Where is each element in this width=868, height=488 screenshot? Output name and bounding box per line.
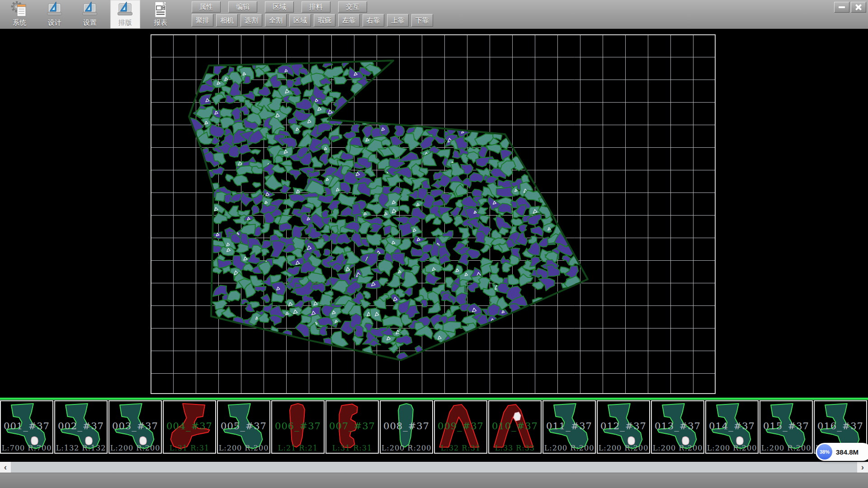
scroll-left-button[interactable]: ‹ (0, 462, 11, 473)
piece-count-label: L:200 R:200 (381, 444, 432, 452)
main-button-2[interactable]: 设计 (40, 0, 70, 28)
piece-id-label: 004_#37 (164, 421, 215, 432)
nesting-canvas[interactable] (151, 34, 716, 394)
piece-thumbnail[interactable]: 014_#37L:200 R:200 (705, 400, 759, 454)
minimize-button[interactable] (834, 2, 849, 13)
piece-count-label: L:700 R:700 (1, 444, 52, 452)
status-bar (0, 473, 868, 488)
application-window: 系统设计设置排版报表 属性编辑区域排料交互 聚排相机选割全割区域瑕疵左靠右靠上靠… (0, 0, 868, 488)
thumbnail-strip-separator (0, 398, 868, 400)
piece-thumbnail[interactable]: 008_#37L:200 R:200 (380, 400, 433, 454)
piece-thumbnail[interactable]: 012_#37L:200 R:200 (597, 400, 650, 454)
piece-thumbnail[interactable]: 007_#37L:31 R:31 (326, 400, 379, 454)
piece-thumbnail[interactable]: 015_#37L:200 R:200 (760, 400, 813, 454)
piece-id-label: 016_#37 (815, 421, 866, 432)
piece-count-label: L:200 R:200 (652, 444, 703, 452)
scroll-right-button[interactable]: › (857, 462, 868, 473)
piece-id-label: 001_#37 (1, 421, 52, 432)
toolbar: 系统设计设置排版报表 属性编辑区域排料交互 聚排相机选割全割区域瑕疵左靠右靠上靠… (0, 0, 868, 29)
tool-button-7[interactable]: 左靠 (338, 14, 360, 27)
tool-button-10[interactable]: 下靠 (411, 14, 433, 27)
window-controls (834, 2, 866, 13)
piece-id-label: 012_#37 (598, 421, 649, 432)
main-button-label: 系统 (13, 19, 26, 27)
piece-id-label: 007_#37 (326, 421, 378, 432)
piece-id-label: 003_#37 (109, 421, 161, 432)
piece-thumbnail[interactable]: 010_#37L:33 R:33 (488, 400, 542, 454)
piece-thumbnail[interactable]: 004_#37L:31 R:31 (163, 400, 216, 454)
piece-thumbnail[interactable]: 009_#37L:32 R:31 (434, 400, 487, 454)
memory-usage-badge: 38% 384.8M (816, 443, 868, 461)
piece-thumbnail[interactable]: 002_#37L:132 R:132 (54, 400, 108, 454)
horizontal-scrollbar[interactable]: ‹ › (0, 462, 868, 473)
piece-id-label: 002_#37 (55, 421, 107, 432)
main-button-label: 设计 (48, 19, 61, 27)
piece-count-label: L:200 R:200 (706, 444, 758, 452)
gear-document-icon (10, 0, 28, 19)
piece-count-label: L:33 R:33 (489, 444, 541, 452)
piece-thumbnail[interactable]: 003_#37L:200 R:200 (108, 400, 162, 454)
piece-thumbnail[interactable]: 001_#37L:700 R:700 (0, 400, 53, 454)
piece-count-label: L:31 R:31 (326, 444, 378, 452)
piece-count-label: L:31 R:31 (164, 444, 215, 452)
tool-button-row: 聚排相机选割全割区域瑕疵左靠右靠上靠下靠 (192, 14, 433, 27)
piece-id-label: 008_#37 (381, 421, 432, 432)
piece-thumbnail[interactable]: 011_#37L:200 R:200 (542, 400, 596, 454)
piece-thumbnail[interactable]: 013_#37L:200 R:200 (651, 400, 704, 454)
piece-id-label: 009_#37 (435, 421, 486, 432)
menu-tab-3[interactable]: 区域 (265, 1, 294, 13)
main-button-1[interactable]: 系统 (5, 0, 34, 28)
tool-button-8[interactable]: 右靠 (363, 14, 384, 27)
tool-button-4[interactable]: 全割 (265, 14, 287, 27)
piece-id-label: 006_#37 (272, 421, 324, 432)
tool-button-6[interactable]: 瑕疵 (314, 14, 335, 27)
menu-tab-2[interactable]: 编辑 (228, 1, 257, 13)
piece-count-label: L:200 R:200 (543, 444, 595, 452)
tool-button-9[interactable]: 上靠 (387, 14, 409, 27)
piece-count-label: L:200 R:200 (109, 444, 161, 452)
menu-tab-row: 属性编辑区域排料交互 (192, 1, 367, 13)
main-button-4[interactable]: 排版 (110, 0, 140, 28)
menu-tab-4[interactable]: 排料 (302, 1, 330, 13)
tool-button-5[interactable]: 区域 (289, 14, 311, 27)
close-icon (855, 4, 862, 11)
piece-id-label: 011_#37 (543, 421, 595, 432)
piece-thumbnail[interactable]: 005_#37L:200 R:200 (217, 400, 270, 454)
tool-button-3[interactable]: 选割 (241, 14, 262, 27)
memory-value: 384.8M (836, 448, 859, 456)
piece-count-label: L:200 R:200 (760, 444, 812, 452)
minimize-icon (839, 6, 845, 8)
percent-indicator: 38% (817, 444, 832, 460)
piece-id-label: 015_#37 (760, 421, 812, 432)
settings-ruler-icon (81, 0, 99, 19)
menu-tab-5[interactable]: 交互 (338, 1, 367, 13)
piece-count-label: L:132 R:132 (55, 444, 107, 452)
nesting-ruler-icon (116, 0, 134, 19)
piece-thumbnail[interactable]: 006_#37L:21 R:21 (271, 400, 325, 454)
piece-id-label: 014_#37 (706, 421, 758, 432)
piece-count-label: L:21 R:21 (272, 444, 324, 452)
main-button-label: 报表 (154, 19, 167, 27)
piece-id-label: 010_#37 (489, 421, 541, 432)
piece-count-label: L:200 R:200 (598, 444, 649, 452)
tool-button-2[interactable]: 相机 (216, 14, 238, 27)
main-button-3[interactable]: 设置 (75, 0, 105, 28)
main-button-label: 设置 (83, 19, 97, 27)
piece-count-label: L:32 R:31 (435, 444, 486, 452)
menu-tab-1[interactable]: 属性 (192, 1, 221, 13)
main-button-5[interactable]: 报表 (146, 0, 175, 28)
piece-count-label: L:200 R:200 (218, 444, 269, 452)
report-document-icon (151, 0, 170, 19)
main-button-label: 排版 (118, 19, 132, 27)
design-ruler-icon (46, 0, 64, 19)
piece-id-label: 013_#37 (652, 421, 703, 432)
close-button[interactable] (851, 2, 866, 13)
tool-button-1[interactable]: 聚排 (192, 14, 213, 27)
piece-thumbnail-strip: 001_#37L:700 R:700002_#37L:132 R:132003_… (0, 400, 868, 455)
main-mode-buttons: 系统设计设置排版报表 (5, 0, 181, 28)
piece-id-label: 005_#37 (218, 421, 269, 432)
